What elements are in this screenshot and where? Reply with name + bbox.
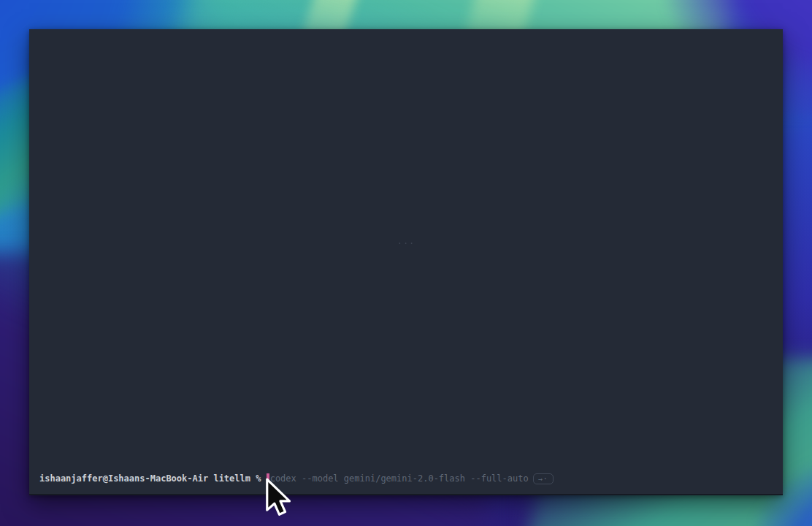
autocomplete-hint-badge: →· (533, 473, 554, 484)
terminal-window[interactable]: ... ishaanjaffer@Ishaans-MacBook-Air lit… (29, 29, 783, 495)
terminal-prompt-line[interactable]: ishaanjaffer@Ishaans-MacBook-Air litellm… (39, 473, 773, 484)
text-cursor (267, 473, 269, 484)
desktop: ... ishaanjaffer@Ishaans-MacBook-Air lit… (0, 0, 812, 526)
autosuggestion-text: codex --model gemini/gemini-2.0-flash --… (270, 473, 529, 484)
terminal-loading-dots: ... (397, 236, 415, 246)
shell-prompt: ishaanjaffer@Ishaans-MacBook-Air litellm… (39, 473, 267, 484)
